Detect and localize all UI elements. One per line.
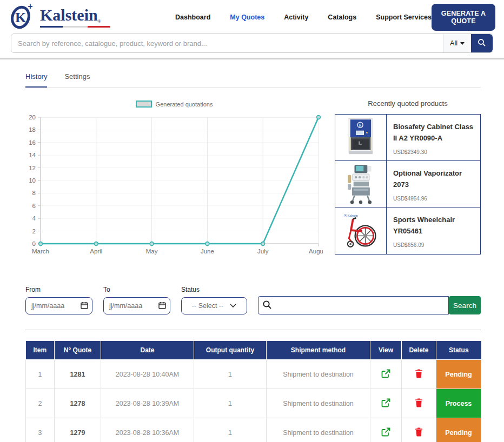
col-status: Status <box>436 341 481 360</box>
logo-tricolor-underline <box>40 26 110 28</box>
search-scope-label: All <box>450 39 457 47</box>
product-row-vaporizator[interactable]: Optional Vaporizator 2073 USD$4954.96 <box>335 161 480 207</box>
biosafety-cabinet-image: K <box>335 115 387 160</box>
svg-text:April: April <box>90 248 102 255</box>
view-quote-button[interactable] <box>379 367 393 382</box>
status-select-value: -- Select -- <box>192 302 223 310</box>
cell-shipment-method: Shipment to destination <box>267 418 370 442</box>
tab-history[interactable]: History <box>25 72 47 88</box>
nav-item-catalogs[interactable]: Catalogs <box>328 14 356 21</box>
svg-text:20: 20 <box>29 114 36 120</box>
status-filter-group: Status -- Select -- <box>181 286 247 314</box>
kalstein-logo-icon: K + <box>8 2 36 32</box>
chevron-down-icon <box>230 302 236 310</box>
product-price: USD$656.09 <box>393 242 474 248</box>
global-search-input[interactable] <box>11 34 443 52</box>
table-header-row: Item N° Quote Date Output quantity Shipm… <box>26 341 481 360</box>
product-info: Optional Vaporizator 2073 USD$4954.96 <box>387 161 480 207</box>
cell-shipment-method: Shipment to destination <box>267 389 370 418</box>
recently-quoted-title: Recently quoted products <box>335 99 481 108</box>
status-select[interactable]: -- Select -- <box>181 297 247 314</box>
product-info: Biosafety Cabinet Class II A2 YR0090-A U… <box>387 115 480 160</box>
view-quote-button[interactable] <box>379 396 393 411</box>
svg-text:May: May <box>146 248 158 255</box>
view-quote-button[interactable] <box>379 425 393 440</box>
from-date-group: From <box>25 286 92 314</box>
col-item: Item <box>26 341 55 360</box>
svg-text:10: 10 <box>29 177 36 184</box>
quotes-filters: From To Status -- Select -- <box>25 286 481 314</box>
col-delete: Delete <box>402 341 436 360</box>
recently-quoted-section: Recently quoted products K <box>335 99 481 264</box>
top-header: K + Kalstein® Dashboard My Quotes Activi… <box>0 0 504 31</box>
search-scope-dropdown[interactable]: All <box>443 34 471 52</box>
cell-quote-number: 1281 <box>55 360 101 389</box>
svg-text:August: August <box>309 248 323 255</box>
cell-output-quantity: 1 <box>194 360 267 389</box>
col-output-quantity: Output quantity <box>194 341 267 360</box>
calendar-icon[interactable] <box>158 302 166 311</box>
svg-text:Ⓚ Kalstein: Ⓚ Kalstein <box>344 214 358 217</box>
product-name[interactable]: Biosafety Cabinet Class II A2 YR0090-A <box>393 121 474 144</box>
to-date-group: To <box>103 286 170 314</box>
recently-quoted-panel: K Biosafety Cabinet Class II A2 YR0090-A… <box>335 114 481 255</box>
svg-text:8: 8 <box>32 190 36 196</box>
quotes-table: Item N° Quote Date Output quantity Shipm… <box>25 341 481 442</box>
svg-text:July: July <box>257 248 269 255</box>
table-search-button[interactable]: Search <box>449 296 481 314</box>
col-shipment-method: Shipment method <box>267 341 370 360</box>
legend-swatch <box>136 101 152 108</box>
header-divider <box>0 58 504 59</box>
nav-item-my-quotes[interactable]: My Quotes <box>230 14 264 21</box>
search-icon <box>478 38 486 49</box>
to-label: To <box>103 286 170 293</box>
tab-settings[interactable]: Settings <box>64 72 90 87</box>
table-search-input[interactable] <box>258 296 449 314</box>
generate-quote-button[interactable]: GENERATE A QUOTE <box>432 4 495 31</box>
quotes-chart: 02468101214161820MarchAprilMayJuneJulyAu… <box>25 110 323 262</box>
cell-quote-number: 1278 <box>55 389 101 418</box>
status-badge: Pending <box>436 418 481 442</box>
svg-text:18: 18 <box>29 126 36 133</box>
col-date: Date <box>101 341 194 360</box>
cell-output-quantity: 1 <box>194 389 267 418</box>
search-icon <box>262 300 272 312</box>
kalstein-logo[interactable]: K + Kalstein® <box>8 2 110 32</box>
global-search-button[interactable] <box>471 34 493 52</box>
cell-date: 2023-08-28 10:39AM <box>101 389 194 418</box>
cell-status: Pending <box>436 360 481 389</box>
nav-item-activity[interactable]: Activity <box>284 14 308 21</box>
nav-item-dashboard[interactable]: Dashboard <box>175 14 210 21</box>
delete-quote-button[interactable] <box>413 425 425 440</box>
delete-quote-button[interactable] <box>413 367 425 382</box>
cell-item: 1 <box>26 360 55 389</box>
table-search-group: Search <box>258 296 481 314</box>
calendar-icon[interactable] <box>81 302 88 311</box>
product-price: USD$2349.30 <box>393 149 474 155</box>
svg-text:2: 2 <box>32 228 36 235</box>
caret-down-icon <box>460 42 465 45</box>
product-name[interactable]: Sports Wheelchair YR05461 <box>393 214 474 237</box>
main-nav: Dashboard My Quotes Activity Catalogs Su… <box>175 14 432 21</box>
vaporizator-image <box>335 161 387 207</box>
legend-label: Generated quotations <box>156 101 213 108</box>
product-row-wheelchair[interactable]: Ⓚ Kalstein <box>335 207 480 254</box>
product-row-biosafety-cabinet[interactable]: K Biosafety Cabinet Class II A2 YR0090-A… <box>335 115 480 161</box>
svg-text:16: 16 <box>29 139 36 146</box>
svg-text:0: 0 <box>32 240 36 247</box>
product-name[interactable]: Optional Vaporizator 2073 <box>393 168 474 191</box>
registered-mark: ® <box>98 19 101 24</box>
cell-quote-number: 1279 <box>55 418 101 442</box>
cell-date: 2023-08-28 10:40AM <box>101 360 194 389</box>
cell-item: 3 <box>26 418 55 442</box>
table-row: 3 1279 2023-08-28 10:36AM 1 Shipment to … <box>26 418 481 442</box>
cell-date: 2023-08-28 10:36AM <box>101 418 194 442</box>
cell-shipment-method: Shipment to destination <box>267 360 370 389</box>
delete-quote-button[interactable] <box>413 396 425 411</box>
nav-item-support-services[interactable]: Support Services <box>376 14 432 21</box>
svg-text:March: March <box>32 248 49 255</box>
svg-text:4: 4 <box>32 215 36 222</box>
cell-status: Pending <box>436 418 481 442</box>
brand-name: Kalstein <box>40 6 98 24</box>
col-view: View <box>370 341 402 360</box>
